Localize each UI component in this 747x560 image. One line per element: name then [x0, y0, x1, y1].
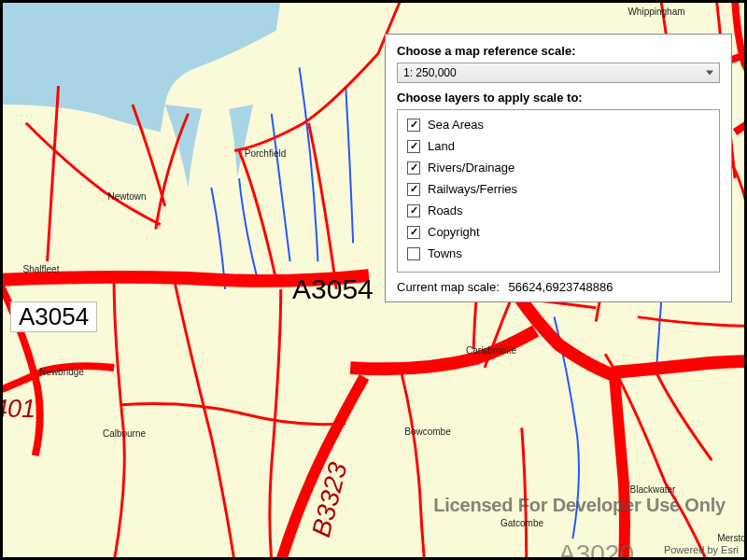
scale-heading: Choose a map reference scale:	[397, 44, 720, 58]
layer-checkbox[interactable]	[407, 161, 420, 175]
current-scale-row: Current map scale: 56624,6923748886	[397, 280, 720, 294]
estuary-1	[165, 105, 203, 188]
current-scale-label: Current map scale:	[397, 280, 500, 294]
layer-row: Land	[407, 139, 710, 153]
layer-label: Copyright	[428, 225, 480, 239]
layer-checkbox[interactable]	[407, 140, 420, 153]
layer-checkbox[interactable]	[407, 183, 420, 196]
layer-label: Towns	[428, 246, 462, 260]
layer-row: Rivers/Drainage	[407, 161, 710, 175]
layer-checkbox[interactable]	[407, 226, 420, 239]
layer-checkbox[interactable]	[407, 247, 420, 260]
layer-row: Towns	[407, 246, 710, 260]
layer-row: Sea Areas	[407, 118, 710, 132]
layer-label: Railways/Ferries	[428, 182, 517, 196]
scale-combobox[interactable]: 1: 250,000	[397, 63, 720, 83]
layer-checkbox[interactable]	[407, 204, 420, 217]
layer-label: Sea Areas	[428, 118, 484, 132]
scale-combobox-value: 1: 250,000	[403, 66, 457, 79]
estuary-2	[229, 105, 253, 176]
layer-row: Copyright	[407, 225, 710, 239]
chevron-down-icon	[706, 71, 713, 76]
current-scale-value: 56624,6923748886	[508, 280, 613, 294]
layer-row: Roads	[407, 203, 710, 217]
layers-heading: Choose layers to apply scale to:	[397, 91, 720, 105]
layer-label: Land	[428, 139, 455, 153]
layer-label: Rivers/Drainage	[428, 161, 514, 175]
layer-checkbox[interactable]	[407, 119, 420, 132]
layer-label: Roads	[428, 203, 463, 217]
layer-row: Railways/Ferries	[407, 182, 710, 196]
scale-panel: Choose a map reference scale: 1: 250,000…	[385, 34, 732, 302]
layers-list: Sea AreasLandRivers/DrainageRailways/Fer…	[397, 109, 720, 273]
